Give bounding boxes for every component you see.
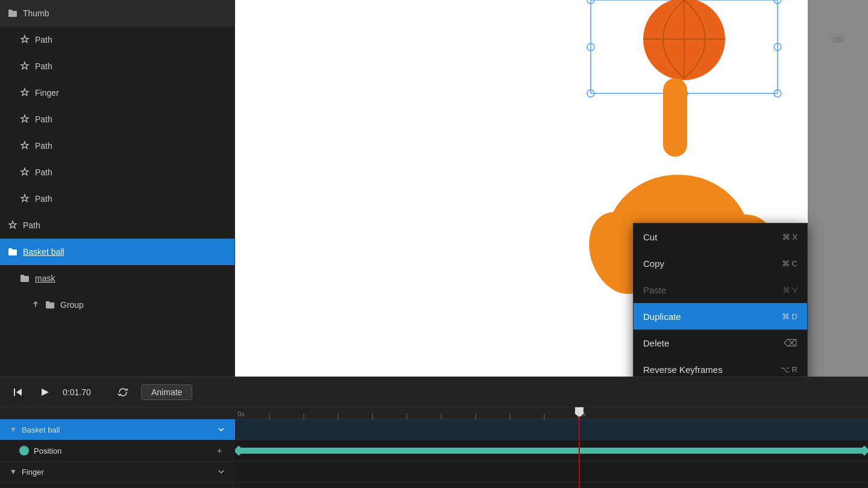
layer-item-path7[interactable]: Path bbox=[0, 212, 234, 239]
add-keyframe-position-button[interactable]: + bbox=[213, 445, 225, 457]
timeline-track-finger[interactable] bbox=[235, 461, 868, 483]
context-menu-reverse-keyframes[interactable]: Reverse Keyframes ⌥ R bbox=[634, 356, 807, 377]
canvas-right-grey: 100 bbox=[808, 0, 868, 377]
folder-icon-group bbox=[45, 299, 55, 310]
copy-shortcut: ⌘ C bbox=[782, 259, 797, 268]
context-menu-paste[interactable]: Paste ⌘ V bbox=[634, 277, 807, 303]
timeline-label-rotate[interactable]: Rotate + bbox=[0, 483, 235, 488]
reverse-keyframes-label: Reverse Keyframes bbox=[643, 364, 723, 375]
expand-arrow-finger: ▼ bbox=[10, 468, 17, 476]
layer-label-thumb: Thumb bbox=[23, 8, 49, 18]
sync-icon bbox=[118, 387, 128, 398]
star-icon-5 bbox=[19, 140, 30, 151]
layer-label-path2: Path bbox=[35, 61, 52, 71]
layer-item-path3[interactable]: Path bbox=[0, 106, 234, 133]
ruler-100-mark: 100 bbox=[808, 36, 868, 43]
track-label-finger: Finger bbox=[22, 468, 212, 477]
star-icon-8 bbox=[7, 220, 18, 231]
copy-label: Copy bbox=[643, 258, 664, 269]
timeline-area: 0:01.70 Animate ▼ Basket ball bbox=[0, 377, 868, 488]
delete-shortcut: ⌫ bbox=[784, 337, 797, 349]
layer-label-group: Group bbox=[60, 300, 84, 310]
layer-label-path4: Path bbox=[35, 141, 52, 151]
play-icon bbox=[39, 387, 50, 398]
duplicate-shortcut: ⌘ D bbox=[782, 312, 797, 321]
timeline-track-rotate[interactable] bbox=[235, 483, 868, 488]
skip-back-button[interactable] bbox=[10, 384, 27, 401]
layer-item-path1[interactable]: Path bbox=[0, 27, 234, 53]
timeline-controls: 0:01.70 Animate bbox=[0, 377, 868, 407]
layer-item-thumb[interactable]: Thumb bbox=[0, 0, 234, 27]
folder-icon bbox=[7, 8, 18, 19]
layer-label-path3: Path bbox=[35, 114, 52, 124]
layers-panel: Thumb Path Path Finger Path bbox=[0, 0, 235, 377]
layer-label-path6: Path bbox=[35, 194, 52, 204]
timeline-label-position[interactable]: Position + bbox=[0, 440, 235, 461]
star-icon-6 bbox=[19, 167, 30, 178]
play-button[interactable] bbox=[36, 384, 53, 401]
star-icon-4 bbox=[19, 114, 30, 125]
layer-item-path2[interactable]: Path bbox=[0, 53, 234, 80]
context-menu-duplicate[interactable]: Duplicate ⌘ D bbox=[634, 303, 807, 330]
layer-item-group[interactable]: Group bbox=[0, 292, 234, 318]
ruler-spacer bbox=[0, 407, 235, 419]
folder-icon-mask bbox=[19, 273, 30, 284]
star-icon-3 bbox=[19, 87, 30, 98]
layer-item-path6[interactable]: Path bbox=[0, 186, 234, 212]
timeline-track-position[interactable] bbox=[235, 440, 868, 461]
paste-shortcut: ⌘ V bbox=[782, 286, 797, 295]
svg-rect-17 bbox=[14, 389, 15, 396]
dropdown-arrow-finger bbox=[217, 468, 225, 476]
layer-label-path5: Path bbox=[35, 167, 52, 177]
cut-label: Cut bbox=[643, 232, 657, 242]
upload-icon bbox=[31, 301, 40, 309]
position-track-icon bbox=[19, 446, 29, 455]
position-keyframe-bar bbox=[237, 448, 866, 454]
layer-label-path1: Path bbox=[35, 35, 52, 45]
track-label-basketball: Basket ball bbox=[22, 425, 212, 434]
context-menu: Cut ⌘ X Copy ⌘ C Paste ⌘ V Duplicate ⌘ D… bbox=[633, 223, 808, 377]
delete-label: Delete bbox=[643, 338, 669, 348]
layer-label-basketball: Basket ball bbox=[23, 247, 64, 257]
layer-item-finger[interactable]: Finger bbox=[0, 80, 234, 106]
duplicate-label: Duplicate bbox=[643, 311, 681, 322]
layer-item-mask[interactable]: mask bbox=[0, 265, 234, 292]
layer-label-finger: Finger bbox=[35, 88, 59, 98]
timeline-labels: ▼ Basket ball Position + ▼ Finger bbox=[0, 407, 235, 488]
animate-button[interactable]: Animate bbox=[141, 384, 192, 400]
dropdown-arrow-basketball bbox=[217, 425, 225, 434]
time-display: 0:01.70 bbox=[63, 387, 105, 397]
context-menu-delete[interactable]: Delete ⌫ bbox=[634, 330, 807, 356]
paste-label: Paste bbox=[643, 285, 666, 295]
svg-rect-13 bbox=[663, 78, 687, 157]
layer-item-path4[interactable]: Path bbox=[0, 133, 234, 159]
layer-item-path5[interactable]: Path bbox=[0, 159, 234, 186]
timeline-main: ▼ Basket ball Position + ▼ Finger bbox=[0, 407, 868, 488]
ruler-ticks bbox=[235, 407, 868, 419]
cut-shortcut: ⌘ X bbox=[782, 233, 797, 242]
skip-back-icon bbox=[13, 387, 24, 398]
track-label-position: Position bbox=[34, 446, 209, 455]
timeline-label-basketball[interactable]: ▼ Basket ball bbox=[0, 419, 235, 440]
reverse-keyframes-shortcut: ⌥ R bbox=[781, 365, 797, 374]
star-icon-2 bbox=[19, 61, 30, 72]
layer-label-mask: mask bbox=[35, 274, 55, 283]
star-icon-7 bbox=[19, 193, 30, 204]
star-icon bbox=[19, 34, 30, 45]
timeline-track-basketball[interactable] bbox=[235, 419, 868, 440]
context-menu-cut[interactable]: Cut ⌘ X bbox=[634, 224, 807, 250]
timeline-tracks[interactable]: 0s 1s bbox=[235, 407, 868, 488]
context-menu-copy[interactable]: Copy ⌘ C bbox=[634, 250, 807, 277]
layer-label-path7: Path bbox=[23, 221, 40, 230]
expand-arrow-basketball: ▼ bbox=[10, 425, 17, 434]
timeline-label-finger[interactable]: ▼ Finger bbox=[0, 461, 235, 483]
sync-button[interactable] bbox=[115, 384, 131, 401]
playhead bbox=[579, 407, 580, 488]
timeline-ruler: 0s 1s bbox=[235, 407, 868, 419]
layer-item-basketball[interactable]: Basket ball bbox=[0, 239, 234, 265]
folder-icon-basketball bbox=[7, 246, 18, 257]
canvas-area[interactable]: 100 Cut ⌘ X Copy ⌘ C Paste ⌘ V Duplicate… bbox=[235, 0, 868, 377]
